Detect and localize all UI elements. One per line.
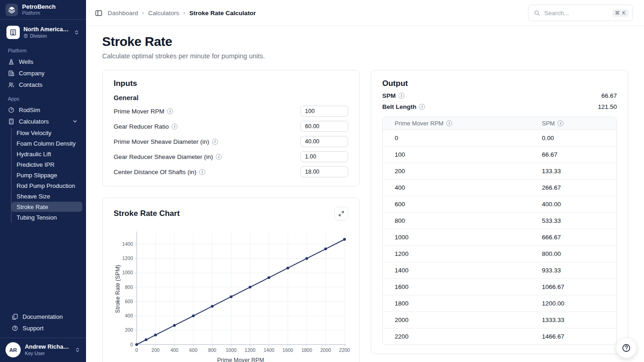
table-cell: 1066.67 bbox=[530, 278, 616, 295]
table-row: 10066.67 bbox=[383, 146, 616, 163]
info-icon[interactable]: i bbox=[419, 104, 425, 110]
sidebar-item-contacts[interactable]: Contacts bbox=[4, 79, 82, 90]
main-area: Dashboard › Calculators › Stroke Rate Ca… bbox=[86, 0, 644, 362]
page-content: Stroke Rate Calculate optimal strokes pe… bbox=[86, 26, 644, 362]
table-row: 20001333.33 bbox=[383, 311, 616, 328]
input-field-gear-reducer-sheave-diameter-in[interactable] bbox=[300, 151, 348, 162]
team-avatar bbox=[6, 26, 20, 39]
question-icon bbox=[621, 343, 631, 353]
line-chart-svg: 0200400600800100012001400160018002000220… bbox=[114, 227, 349, 362]
sidebar-subitem-tubing-tension[interactable]: Tubing Tension bbox=[12, 212, 82, 222]
user-menu[interactable]: AR Andrew Richardson Key User bbox=[0, 338, 86, 362]
svg-text:0: 0 bbox=[135, 347, 138, 353]
info-icon[interactable]: i bbox=[167, 108, 173, 114]
expand-chart-button[interactable] bbox=[334, 207, 348, 221]
inputs-title: Inputs bbox=[114, 79, 348, 88]
inputs-card: Inputs General Prime Mover RPMiGear Redu… bbox=[102, 70, 360, 187]
breadcrumb-separator: › bbox=[184, 10, 185, 16]
building-small-icon bbox=[23, 34, 28, 38]
output-metric-row: SPMi66.67 bbox=[382, 92, 617, 99]
help-button[interactable] bbox=[616, 338, 637, 358]
info-icon[interactable]: i bbox=[216, 154, 222, 160]
input-row: Gear Reducer Ratioi bbox=[114, 121, 348, 132]
sidebar-item-wells[interactable]: Wells bbox=[4, 56, 82, 67]
user-role: Key User bbox=[25, 351, 70, 356]
metric-value: 121.50 bbox=[598, 103, 617, 110]
table-cell: 266.67 bbox=[530, 179, 616, 196]
breadcrumb: Dashboard › Calculators › Stroke Rate Ca… bbox=[108, 10, 256, 17]
svg-text:200: 200 bbox=[125, 327, 133, 333]
svg-text:200: 200 bbox=[151, 347, 160, 353]
team-name: North American Operations bbox=[23, 26, 70, 33]
table-cell: 0.00 bbox=[530, 130, 616, 146]
svg-text:1400: 1400 bbox=[122, 241, 133, 247]
search-box[interactable]: ⌘ K bbox=[528, 5, 633, 21]
info-icon[interactable]: i bbox=[212, 139, 218, 145]
info-icon[interactable]: i bbox=[398, 93, 404, 99]
building-icon bbox=[9, 28, 17, 36]
table-cell: 600 bbox=[383, 196, 530, 212]
table-row: 200133.33 bbox=[383, 163, 616, 179]
chevron-down-icon bbox=[72, 118, 78, 124]
svg-text:1800: 1800 bbox=[301, 347, 312, 353]
table-cell: 400.00 bbox=[530, 196, 616, 212]
section-label-platform: Platform bbox=[0, 42, 86, 56]
svg-text:600: 600 bbox=[125, 299, 133, 304]
sidebar-subitem-hydraulic-lift[interactable]: Hydraulic Lift bbox=[12, 149, 82, 159]
calculators-subnav: Flow VelocityFoam Column DensityHydrauli… bbox=[11, 128, 82, 222]
table-cell: 0 bbox=[383, 130, 530, 146]
team-switcher[interactable]: North American Operations Division bbox=[4, 23, 82, 41]
chart-card: Stroke Rate Chart 0200400600800100012001… bbox=[102, 198, 360, 362]
input-field-center-distance-of-shafts-in[interactable] bbox=[300, 166, 348, 177]
table-cell: 800 bbox=[383, 212, 530, 229]
table-cell: 1200 bbox=[383, 245, 530, 262]
chevron-updown-icon bbox=[74, 29, 80, 35]
info-icon[interactable]: i bbox=[172, 124, 178, 130]
sidebar-subitem-stroke-rate[interactable]: Stroke Rate bbox=[12, 202, 82, 212]
input-row: Gear Reducer Sheave Diameter (in)i bbox=[114, 151, 348, 162]
input-field-gear-reducer-ratio[interactable] bbox=[300, 121, 348, 132]
input-field-prime-mover-rpm[interactable] bbox=[300, 106, 348, 117]
output-metric-row: Belt Lengthi121.50 bbox=[382, 103, 617, 110]
info-icon[interactable]: i bbox=[446, 120, 452, 126]
breadcrumb-calculators[interactable]: Calculators bbox=[148, 10, 179, 17]
input-label: Prime Mover RPMi bbox=[114, 108, 173, 115]
sidebar-subitem-flow-velocity[interactable]: Flow Velocity bbox=[12, 128, 82, 138]
breadcrumb-separator: › bbox=[142, 10, 144, 16]
contacts-icon bbox=[8, 81, 15, 88]
sidebar-item-rodsim[interactable]: RodSim bbox=[4, 104, 82, 115]
sidebar-item-calculators[interactable]: Calculators bbox=[4, 116, 82, 127]
sidebar-item-support[interactable]: Support bbox=[7, 322, 79, 334]
sidebar-item-label: Support bbox=[23, 325, 44, 332]
stroke-rate-chart: 0200400600800100012001400160018002000220… bbox=[114, 227, 348, 362]
svg-text:2000: 2000 bbox=[320, 347, 331, 353]
input-field-prime-mover-sheave-diameter-in[interactable] bbox=[300, 136, 348, 147]
sidebar-item-company[interactable]: Company bbox=[4, 68, 82, 79]
info-icon[interactable]: i bbox=[558, 120, 564, 126]
chevron-updown-icon bbox=[75, 347, 80, 353]
sidebar-bottom: Documentation Support bbox=[0, 310, 86, 338]
svg-text:1000: 1000 bbox=[226, 347, 237, 353]
info-icon[interactable]: i bbox=[199, 169, 205, 175]
svg-text:1400: 1400 bbox=[264, 347, 275, 353]
sidebar-subitem-rod-pump-production[interactable]: Rod Pump Production bbox=[12, 181, 82, 191]
input-row: Prime Mover RPMi bbox=[114, 106, 348, 117]
sidebar-subitem-predictive-ipr[interactable]: Predictive IPR bbox=[12, 159, 82, 170]
table-header-spm: SPMi bbox=[530, 117, 616, 130]
brand-header: PetroBench Platform bbox=[0, 0, 86, 20]
sidebar-toggle-icon[interactable] bbox=[93, 8, 104, 18]
sidebar-item-label: RodSim bbox=[19, 107, 40, 113]
metric-label: Belt Lengthi bbox=[382, 103, 425, 110]
search-input[interactable] bbox=[544, 10, 609, 17]
sidebar-subitem-pump-slippage[interactable]: Pump Slippage bbox=[12, 170, 82, 180]
sidebar-subitem-foam-column-density[interactable]: Foam Column Density bbox=[12, 138, 82, 148]
table-row: 00.00 bbox=[383, 130, 616, 146]
breadcrumb-dashboard[interactable]: Dashboard bbox=[108, 10, 138, 17]
help-circle-icon bbox=[12, 325, 18, 332]
wells-icon bbox=[8, 58, 15, 65]
petrobench-logo bbox=[6, 4, 18, 16]
table-cell: 533.33 bbox=[530, 212, 616, 229]
sidebar-subitem-sheave-size[interactable]: Sheave Size bbox=[12, 191, 82, 201]
sidebar-item-documentation[interactable]: Documentation bbox=[7, 311, 79, 322]
svg-text:2200: 2200 bbox=[339, 347, 350, 353]
